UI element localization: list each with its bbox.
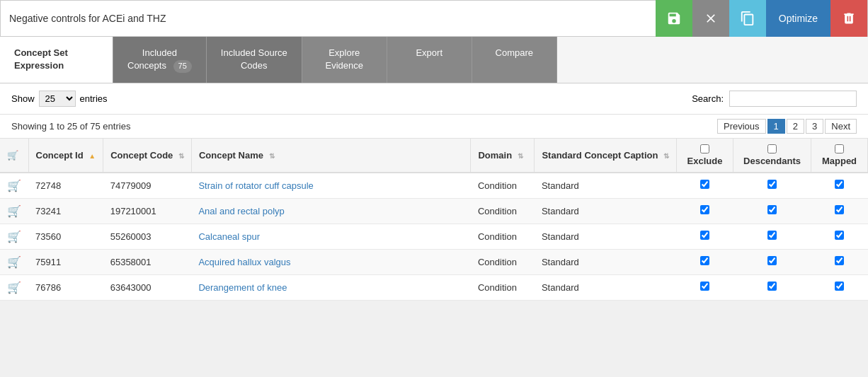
next-page-button[interactable]: Next: [825, 119, 857, 134]
table-row: 🛒 73560 55260003 Calcaneal spur Conditio…: [0, 224, 868, 249]
concept-code-cell: 55260003: [103, 224, 192, 249]
mapped-cell[interactable]: [811, 173, 868, 199]
tab-label: Export: [416, 47, 442, 58]
domain-cell: Condition: [471, 274, 535, 300]
concept-name-cell[interactable]: Acquired hallux valgus: [191, 249, 471, 274]
search-box: Search:: [692, 91, 857, 107]
standard-concept-caption-cell: Standard: [535, 274, 677, 300]
descendants-checkbox[interactable]: [767, 231, 777, 240]
mapped-checkbox[interactable]: [835, 205, 844, 214]
descendants-cell[interactable]: [733, 173, 811, 199]
concept-name-cell[interactable]: Strain of rotator cuff capsule: [191, 173, 471, 199]
tab-label: ExploreEvidence: [326, 47, 363, 71]
tab-concept-set-expression[interactable]: Concept SetExpression: [0, 37, 113, 83]
mapped-header-checkbox[interactable]: [835, 144, 844, 153]
exclude-cell[interactable]: [677, 249, 733, 274]
copy-button[interactable]: [729, 0, 766, 37]
standard-concept-caption-cell: Standard: [535, 249, 677, 274]
table-row: 🛒 76786 63643000 Derangement of knee Con…: [0, 274, 868, 300]
th-concept-name[interactable]: Concept Name ⇅: [191, 139, 471, 173]
exclude-checkbox[interactable]: [700, 231, 709, 240]
th-exclude: Exclude: [677, 139, 733, 173]
mapped-cell[interactable]: [811, 198, 868, 224]
descendants-header-checkbox[interactable]: [767, 144, 777, 153]
domain-cell: Condition: [471, 249, 535, 274]
close-icon: [704, 11, 718, 25]
th-concept-code[interactable]: Concept Code ⇅: [103, 139, 192, 173]
domain-cell: Condition: [471, 198, 535, 224]
descendants-checkbox[interactable]: [767, 282, 777, 291]
descendants-cell[interactable]: [733, 224, 811, 249]
descendants-checkbox[interactable]: [767, 205, 777, 214]
mapped-cell[interactable]: [811, 224, 868, 249]
mapped-cell[interactable]: [811, 274, 868, 300]
cart-cell[interactable]: 🛒: [0, 274, 28, 300]
domain-cell: Condition: [471, 224, 535, 249]
descendants-cell[interactable]: [733, 249, 811, 274]
exclude-cell[interactable]: [677, 198, 733, 224]
concept-id-cell: 75911: [28, 249, 103, 274]
entries-label: entries: [80, 93, 108, 104]
concepts-table-container: 🛒 Concept Id ▲ Concept Code ⇅ Concept Na…: [0, 139, 868, 301]
exclude-cell[interactable]: [677, 224, 733, 249]
th-domain[interactable]: Domain ⇅: [471, 139, 535, 173]
showing-text: Showing 1 to 25 of 75 entries: [11, 121, 130, 132]
mapped-checkbox[interactable]: [835, 180, 844, 189]
entries-select[interactable]: 25 10 50 100: [39, 91, 76, 107]
tab-export[interactable]: Export: [387, 37, 472, 83]
save-icon: [666, 11, 682, 26]
tab-included-source-codes[interactable]: Included SourceCodes: [207, 37, 302, 83]
close-button[interactable]: [692, 0, 729, 37]
page-1-button[interactable]: 1: [767, 119, 785, 134]
concept-code-cell: 63643000: [103, 274, 192, 300]
descendants-cell[interactable]: [733, 198, 811, 224]
show-entries-control: Show 25 10 50 100 entries: [11, 91, 108, 107]
delete-button[interactable]: [830, 0, 867, 37]
domain-cell: Condition: [471, 173, 535, 199]
exclude-cell[interactable]: [677, 173, 733, 199]
mapped-checkbox[interactable]: [835, 282, 844, 291]
exclude-header-checkbox[interactable]: [700, 144, 709, 153]
page-2-button[interactable]: 2: [787, 119, 804, 134]
top-bar: Negative controls for ACEi and THZ Optim…: [0, 0, 868, 37]
optimize-button[interactable]: Optimize: [766, 0, 830, 37]
exclude-cell[interactable]: [677, 274, 733, 300]
concept-id-cell: 76786: [28, 274, 103, 300]
th-concept-id[interactable]: Concept Id ▲: [28, 139, 103, 173]
th-standard-concept-caption[interactable]: Standard Concept Caption ⇅: [535, 139, 677, 173]
concept-name-cell[interactable]: Derangement of knee: [191, 274, 471, 300]
tab-explore-evidence[interactable]: ExploreEvidence: [302, 37, 387, 83]
save-button[interactable]: [656, 0, 692, 37]
cart-cell[interactable]: 🛒: [0, 198, 28, 224]
cart-cell[interactable]: 🛒: [0, 173, 28, 199]
previous-page-button[interactable]: Previous: [717, 119, 766, 134]
page-3-button[interactable]: 3: [806, 119, 823, 134]
exclude-checkbox[interactable]: [700, 256, 709, 265]
mapped-checkbox[interactable]: [835, 231, 844, 240]
exclude-checkbox[interactable]: [700, 180, 709, 189]
descendants-checkbox[interactable]: [767, 180, 777, 189]
mapped-cell[interactable]: [811, 249, 868, 274]
tab-label: Included SourceCodes: [221, 47, 287, 71]
copy-icon: [740, 11, 755, 26]
search-input[interactable]: [729, 91, 857, 107]
exclude-checkbox[interactable]: [700, 282, 709, 291]
descendants-cell[interactable]: [733, 274, 811, 300]
included-concepts-badge: 75: [173, 60, 192, 72]
cart-cell[interactable]: 🛒: [0, 249, 28, 274]
table-row: 🛒 73241 197210001 Anal and rectal polyp …: [0, 198, 868, 224]
tab-label: IncludedConcepts: [127, 47, 177, 71]
tab-compare[interactable]: Compare: [472, 37, 557, 83]
cart-cell[interactable]: 🛒: [0, 224, 28, 249]
tab-included-concepts[interactable]: IncludedConcepts 75: [113, 37, 207, 83]
search-label: Search:: [692, 93, 724, 104]
exclude-checkbox[interactable]: [700, 205, 709, 214]
concept-name-cell[interactable]: Calcaneal spur: [191, 224, 471, 249]
mapped-checkbox[interactable]: [835, 256, 844, 265]
show-label: Show: [11, 93, 35, 104]
descendants-checkbox[interactable]: [767, 256, 777, 265]
concept-name-cell[interactable]: Anal and rectal polyp: [191, 198, 471, 224]
concept-code-cell: 65358001: [103, 249, 192, 274]
table-row: 🛒 75911 65358001 Acquired hallux valgus …: [0, 249, 868, 274]
standard-concept-caption-cell: Standard: [535, 173, 677, 199]
